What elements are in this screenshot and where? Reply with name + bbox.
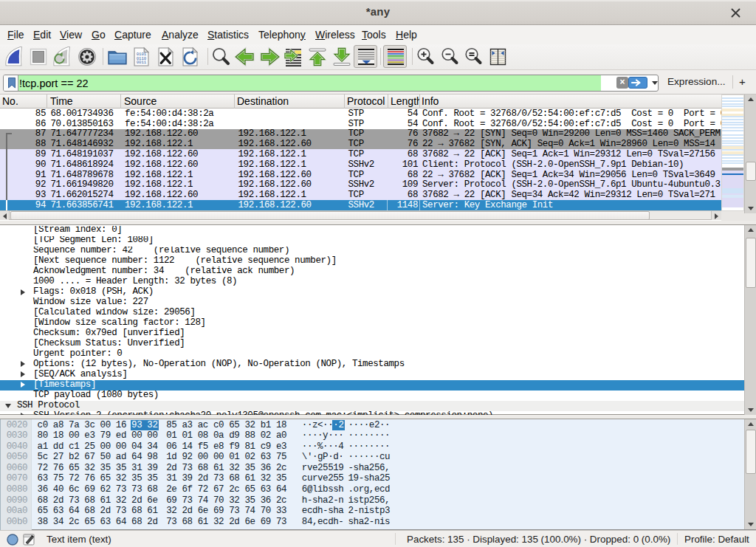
svg-text:0011: 0011 — [137, 60, 147, 65]
